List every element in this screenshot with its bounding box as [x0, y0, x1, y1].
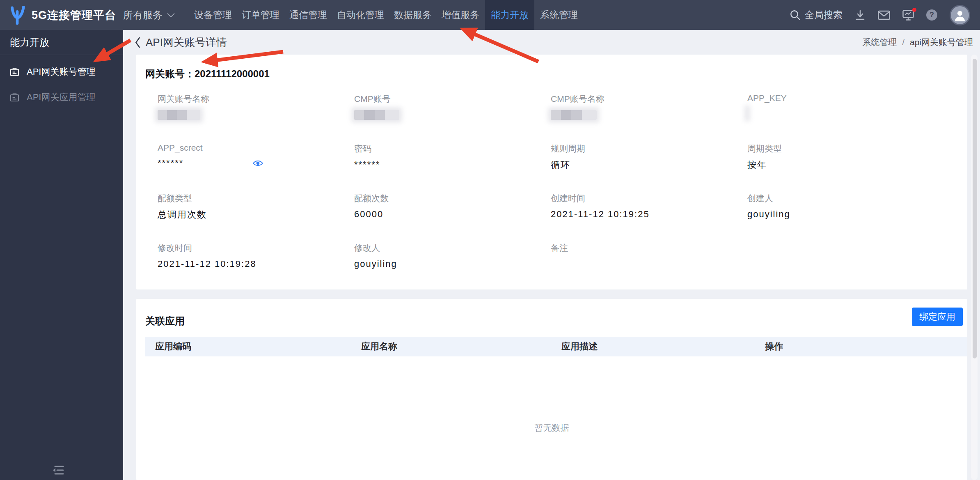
detail-field: 配额次数 60000	[354, 193, 551, 242]
detail-field: 创建时间 2021-11-12 10:19:25	[551, 193, 747, 242]
field-value: ******	[158, 157, 354, 169]
nav-item[interactable]: 自动化管理	[333, 0, 388, 30]
show-secret-eye-icon[interactable]	[252, 159, 263, 167]
field-label: CMP账号名称	[551, 93, 747, 105]
redacted-value-blur	[158, 110, 200, 120]
detail-field: 配额类型 总调用次数	[158, 193, 354, 242]
field-value: 2021-11-12 10:19:25	[551, 209, 747, 220]
detail-fields-grid: 网关账号名称 CMP账号	[158, 93, 967, 292]
field-value-text: ******	[354, 159, 380, 170]
empty-state-text: 暂无数据	[136, 422, 967, 434]
gateway-detail-card: 网关账号：20211112000001 网关账号名称 CMP账号	[136, 55, 967, 289]
field-value-text: gouyiling	[747, 209, 790, 220]
scrollbar-thumb[interactable]	[973, 59, 977, 358]
detail-field: 创建人 gouyiling	[747, 193, 944, 242]
redacted-value-blur	[551, 110, 597, 120]
nav-item-label: 能力开放	[491, 9, 529, 21]
nav-item-label: 增值服务	[442, 9, 479, 21]
page-header: API网关账号详情 系统管理 / api网关账号管理	[123, 30, 980, 55]
field-value-text: ******	[158, 158, 183, 168]
gateway-account-title: 网关账号：20211112000001	[136, 55, 967, 80]
back-button[interactable]	[135, 30, 141, 55]
detail-field: 规则周期 循环	[551, 143, 747, 193]
nav-item[interactable]: 设备管理	[190, 0, 236, 30]
field-label: 配额类型	[158, 193, 354, 204]
app-root: 5G连接管理平台 所有服务 设备管理 订单管理 通信管理	[0, 0, 980, 480]
nav-item[interactable]: 系统管理	[536, 0, 582, 30]
bind-app-button[interactable]: 绑定应用	[912, 308, 963, 326]
related-apps-card: 关联应用 绑定应用 应用编码 应用名称 应用描述 操作 暂无数据	[136, 299, 967, 480]
topbar-actions: 全局搜索	[790, 0, 970, 30]
detail-field: CMP账号名称	[551, 93, 747, 143]
nav-item-label: 自动化管理	[337, 9, 384, 21]
brand-title: 5G连接管理平台	[32, 8, 116, 23]
download-button[interactable]	[855, 10, 866, 21]
help-button[interactable]: ?	[926, 9, 937, 21]
field-label: APP_screct	[158, 143, 354, 153]
all-services-menu[interactable]: 所有服务	[123, 0, 174, 30]
field-label: 创建时间	[551, 193, 747, 204]
clipboard-icon	[9, 67, 20, 77]
clipboard-icon	[9, 92, 20, 103]
nav-item[interactable]: 能力开放	[485, 0, 534, 30]
detail-field: 修改人 gouyiling	[354, 242, 551, 292]
collapse-sidebar-button[interactable]	[52, 465, 64, 475]
chevron-down-icon	[167, 10, 174, 17]
notification-dot	[912, 8, 916, 12]
field-value: 60000	[354, 209, 551, 220]
field-label: 修改时间	[158, 242, 354, 254]
related-apps-header: 关联应用 绑定应用	[136, 299, 967, 337]
sidebar-section-title: 能力开放	[0, 30, 123, 55]
monitor-notifications-button[interactable]	[902, 10, 914, 21]
nav-item-label: 订单管理	[242, 9, 279, 21]
field-value: 总调用次数	[158, 209, 354, 221]
field-label: 网关账号名称	[158, 93, 354, 105]
mail-button[interactable]	[878, 10, 890, 20]
sidebar: 能力开放 API网关账号管理	[0, 30, 123, 480]
global-search-label: 全局搜索	[805, 9, 843, 21]
breadcrumb-parent[interactable]: 系统管理	[862, 37, 897, 48]
field-value	[354, 109, 551, 121]
field-value-text: 2021-11-12 10:19:25	[551, 209, 650, 220]
detail-field: APP_screct ******	[158, 143, 354, 193]
detail-field: 备注	[551, 242, 747, 292]
field-label: 配额次数	[354, 193, 551, 204]
field-label: 周期类型	[747, 143, 944, 154]
sidebar-item[interactable]: API网关应用管理	[0, 85, 123, 110]
detail-field: 修改时间 2021-11-12 10:19:28	[158, 242, 354, 292]
gateway-account-number: 20211112000001	[195, 68, 270, 79]
global-search[interactable]: 全局搜索	[790, 9, 843, 21]
detail-field: 密码 ******	[354, 143, 551, 193]
brand: 5G连接管理平台	[9, 0, 116, 30]
nav-item-label: 通信管理	[289, 9, 327, 21]
nav-item-label: 设备管理	[194, 9, 232, 21]
field-value: 循环	[551, 159, 747, 171]
breadcrumb-current[interactable]: api网关账号管理	[910, 37, 973, 48]
field-value: gouyiling	[354, 258, 551, 270]
field-label: 创建人	[747, 193, 944, 204]
nav-item[interactable]: 数据服务	[390, 0, 436, 30]
field-value-text: 循环	[551, 159, 570, 171]
page-title: API网关账号详情	[146, 30, 227, 55]
redacted-value-blur	[354, 110, 399, 120]
nav-item-label: 数据服务	[394, 9, 432, 21]
detail-field: APP_KEY	[747, 93, 944, 143]
nav-item[interactable]: 订单管理	[238, 0, 284, 30]
detail-field: CMP账号	[354, 93, 551, 143]
nav-item[interactable]: 增值服务	[437, 0, 483, 30]
nav-item[interactable]: 通信管理	[285, 0, 331, 30]
field-value: 2021-11-12 10:19:28	[158, 258, 354, 270]
related-apps-table: 应用编码 应用名称 应用描述 操作	[145, 337, 967, 356]
field-value-text: 总调用次数	[158, 209, 207, 221]
sidebar-item[interactable]: API网关账号管理	[0, 59, 123, 85]
field-label: 备注	[551, 242, 747, 254]
user-avatar[interactable]	[950, 5, 970, 25]
detail-field: 周期类型 按年	[747, 143, 944, 193]
breadcrumb-separator: /	[902, 37, 904, 47]
field-value	[158, 109, 354, 121]
field-label: 密码	[354, 143, 551, 154]
table-header-cell: 应用描述	[551, 340, 755, 353]
sidebar-item-label: API网关应用管理	[27, 91, 95, 103]
gateway-account-label: 网关账号：	[145, 68, 195, 79]
field-value-text: 2021-11-12 10:19:28	[158, 259, 256, 269]
